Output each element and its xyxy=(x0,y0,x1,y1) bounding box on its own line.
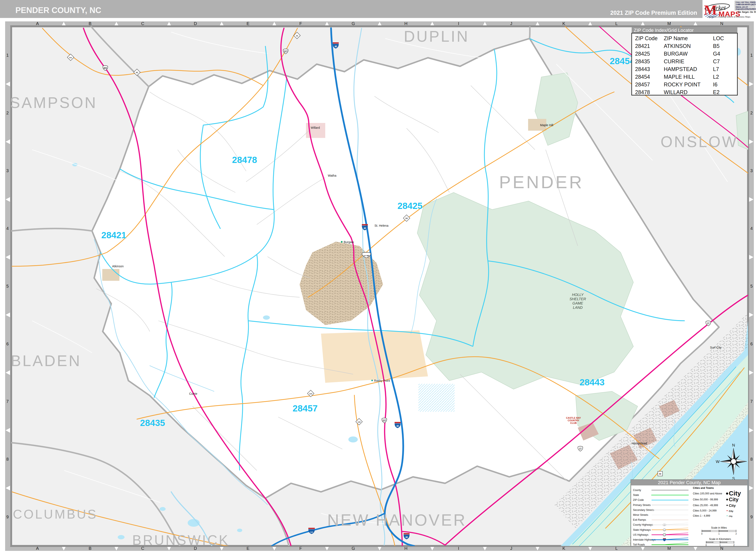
grid-letter-top: J xyxy=(510,21,512,26)
grid-number-left: 2 xyxy=(6,110,8,115)
zip-table-cell: 28435 xyxy=(635,58,650,64)
game-land-line-3: GAME xyxy=(572,301,583,305)
grid-letter-top: M xyxy=(667,21,671,26)
legend-city-label: Cities 50,000 - 99,999 xyxy=(693,498,718,501)
country-club-line-2: COUNTRY xyxy=(568,419,580,422)
legend-road-label: County xyxy=(633,489,641,492)
zip-table-cell: C7 xyxy=(713,58,720,64)
us-shield-17-north-number: 17 xyxy=(707,322,710,325)
legend-city-sample: City xyxy=(729,490,741,497)
legend-shield-sample-number: 123 xyxy=(663,524,665,526)
country-club-line-1: CASTLE BAY xyxy=(566,417,581,419)
zip-label-28443: 28443 xyxy=(580,377,605,387)
grid-number-right: 1 xyxy=(750,53,753,58)
i40-shield-3-number: 40 xyxy=(396,425,399,427)
legend-city-sample: City xyxy=(729,503,736,508)
grid-letter-top: B xyxy=(89,21,91,26)
logo-contact-2: 1-888-434-MAPS (6277) xyxy=(736,3,756,6)
legend-shield-sample-number: 123 xyxy=(663,534,665,536)
compass-w: W xyxy=(716,459,720,464)
map-sheet: PENDER COUNTY, NC 2021 ZIP Code Premium … xyxy=(0,0,756,556)
legend-road-label: Secondary Streets xyxy=(633,509,654,512)
grid-number-left: 8 xyxy=(6,457,8,461)
burgaw-dot xyxy=(341,241,342,243)
legend-city-label: Cities 1 - 4,999 xyxy=(693,514,710,517)
zip-table-cell: 28478 xyxy=(635,89,650,95)
legend-title: 2021 Pender County, NC Map xyxy=(658,480,721,485)
us-shield-17-coast-number: 17 xyxy=(579,448,582,450)
county-label-pender: PENDER xyxy=(499,172,584,192)
legend-city-label: Cities 100,000 and Above xyxy=(693,492,722,495)
legend-scale-segment xyxy=(727,530,736,532)
grid-letter-top: N xyxy=(720,21,723,26)
grid-letter-top: H xyxy=(404,21,407,26)
marketmaps-logo: M arket MAPS On Target. On Time. America… xyxy=(702,0,756,19)
legend-road-label: County Highways xyxy=(633,523,653,526)
legend-city-dot xyxy=(726,505,728,506)
rocky-point-dot xyxy=(371,380,373,381)
us-shield-117-south-number: 117 xyxy=(383,419,386,422)
zip-table-cell: E2 xyxy=(713,89,720,95)
nc-diamond-53-number: 53 xyxy=(405,217,408,219)
county-label-bladen: BLADEN xyxy=(11,352,81,369)
zip-table-title: ZIP Code Index/Grid Locator xyxy=(634,28,694,33)
game-land-line-1: HOLLY xyxy=(572,293,584,297)
legend-road-label: Minor Streets xyxy=(633,514,648,516)
zip-table-cell: B5 xyxy=(713,43,720,49)
grid-number-left: 5 xyxy=(6,284,8,288)
legend-scale-segment xyxy=(720,542,727,543)
us-shield-421-number: 421 xyxy=(104,67,107,69)
county-label-new-hanover: NEW HANOVER xyxy=(327,511,466,529)
grid-number-left: 6 xyxy=(6,342,8,346)
legend-city-sample: City xyxy=(729,496,739,502)
logo-contact-1: CALL US TOLL FREE! xyxy=(736,1,756,3)
legend-city-dot xyxy=(727,510,727,511)
legend-road-label: State xyxy=(633,493,639,496)
i40-shield-4-number: 40 xyxy=(405,536,408,538)
legend-city-dot xyxy=(727,515,727,516)
legend-scale-label: Scale in Miles xyxy=(711,526,727,529)
county-label-sampson: SAMPSON xyxy=(10,94,97,111)
town-label-currie: Currie xyxy=(189,392,197,395)
county-label-columbus: COLUMBUS xyxy=(13,507,98,521)
legend-city-sample: City xyxy=(729,510,733,512)
edition-label: 2021 ZIP Code Premium Edition xyxy=(610,10,697,16)
grid-letter-top: C xyxy=(141,21,144,26)
legend-scale-tick-label: 2 xyxy=(735,533,737,535)
legend-city-label: Cities 5,000 - 24,999 xyxy=(693,509,717,512)
zip-label-28425: 28425 xyxy=(398,201,423,211)
grid-letter-top: D xyxy=(194,21,197,26)
logo-subtitle: America's Leading Source of Business Map… xyxy=(708,15,750,18)
legend-road-label: Primary Streets xyxy=(633,503,651,507)
grid-letter-top: E xyxy=(246,21,249,26)
zip-table-column-header: ZIP Name xyxy=(664,35,688,41)
grid-number-right: 8 xyxy=(750,457,753,461)
grid-number-right: 4 xyxy=(750,226,753,231)
nc-diamond-11-number: 11 xyxy=(296,35,298,37)
game-land-line-2: SHELTER xyxy=(569,297,586,301)
grid-number-right: 6 xyxy=(750,342,753,346)
legend-scale-label: Scale in Kilometers xyxy=(709,537,731,541)
zip-table-cell: 28457 xyxy=(635,81,650,88)
grid-number-left: 4 xyxy=(6,226,8,231)
legend-scale-segment xyxy=(719,530,727,532)
legend-road-label: State Highways xyxy=(633,528,651,531)
legend-cities-header: Cities and Towns xyxy=(693,487,714,489)
zip-table-column-header: ZIP Code xyxy=(635,35,658,41)
zip-table-cell: WILLARD xyxy=(664,89,688,95)
legend-scale-segment xyxy=(711,530,719,532)
legend-city-sample: City xyxy=(729,515,732,517)
banner: PENDER COUNTY, NC 2021 ZIP Code Premium … xyxy=(0,0,756,19)
zip-index-table: ZIP Code Index/Grid Locator ZIP CodeZIP … xyxy=(632,27,737,95)
town-label-rocky-point: Rocky Point xyxy=(374,379,390,382)
zip-table-cell: L2 xyxy=(713,74,719,80)
game-land-line-4: LAND xyxy=(573,306,583,310)
zip-table-cell: ROCKY POINT xyxy=(664,81,700,88)
legend-city-dot xyxy=(726,492,728,495)
logo-tagline: On Target. On Time. xyxy=(738,10,756,13)
logo-contact-4: mapsales@MarketMAPS.com xyxy=(736,8,756,10)
zip-table-cell: ATKINSON xyxy=(664,43,691,49)
zip-table-cell: L7 xyxy=(713,66,719,72)
town-label-burgaw: Burgaw xyxy=(344,240,354,244)
town-label-atkinson: Atkinson xyxy=(112,265,124,268)
